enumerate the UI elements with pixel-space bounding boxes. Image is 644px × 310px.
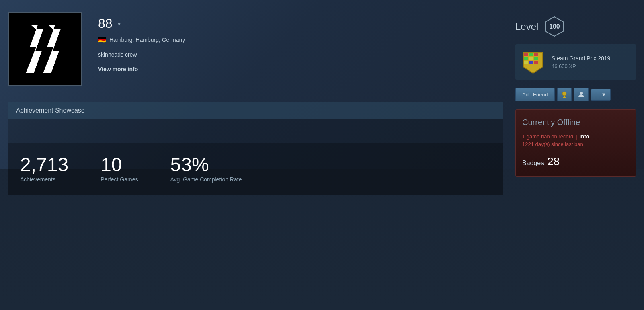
- username-row: 88 ▼: [98, 16, 185, 31]
- grand-prix-badge-svg: [520, 49, 546, 75]
- badge-card: Steam Grand Prix 2019 46,600 XP: [515, 44, 636, 80]
- stat-completion-rate: 53% Avg. Game Completion Rate: [170, 155, 242, 183]
- avatar-image: [9, 13, 81, 85]
- medal-icon: [561, 91, 568, 98]
- page-wrapper: 88 ▼ 🇩🇪 Hamburg, Hamburg, Germany skinhe…: [0, 0, 644, 310]
- badge-icon: [520, 49, 546, 75]
- badges-count: 28: [547, 155, 560, 168]
- more-label: ...: [595, 92, 600, 98]
- badge-name: Steam Grand Prix 2019: [552, 55, 610, 62]
- more-chevron-icon: ▼: [601, 92, 606, 98]
- level-label: Level: [515, 21, 538, 32]
- stat-completion-rate-value: 53%: [170, 155, 242, 175]
- level-section: Level 100: [515, 12, 636, 37]
- svg-rect-7: [524, 57, 528, 60]
- badge-xp: 46,600 XP: [552, 63, 610, 69]
- username-dropdown[interactable]: ▼: [117, 21, 122, 27]
- ban-info-link[interactable]: Info: [580, 133, 589, 140]
- svg-rect-8: [529, 57, 533, 60]
- crew-text: skinheads crew: [98, 51, 185, 58]
- stats-section: 2,713 Achievements 10 Perfect Games 53% …: [8, 143, 503, 195]
- message-button[interactable]: [574, 88, 589, 101]
- offline-text: Currently Offline: [522, 118, 629, 127]
- ban-text: 1 game ban on record: [522, 133, 573, 140]
- profile-section: 88 ▼ 🇩🇪 Hamburg, Hamburg, Germany skinhe…: [8, 12, 503, 195]
- profile-header: 88 ▼ 🇩🇪 Hamburg, Hamburg, Germany skinhe…: [8, 12, 503, 86]
- svg-point-13: [562, 92, 566, 96]
- stat-perfect-games-value: 10: [100, 155, 138, 175]
- stat-completion-rate-label: Avg. Game Completion Rate: [170, 176, 242, 183]
- stat-achievements: 2,713 Achievements: [20, 155, 68, 183]
- svg-rect-11: [529, 61, 533, 64]
- showcase-content: [8, 119, 503, 143]
- right-sidebar: Level 100: [515, 12, 636, 195]
- location-text: Hamburg, Hamburg, Germany: [109, 37, 185, 43]
- flag-icon: 🇩🇪: [98, 36, 106, 43]
- main-content: 88 ▼ 🇩🇪 Hamburg, Hamburg, Germany skinhe…: [0, 0, 644, 195]
- view-more-info-link[interactable]: View more info: [98, 66, 185, 72]
- badges-label: Badges: [522, 160, 544, 167]
- person-icon: [578, 91, 585, 98]
- svg-rect-6: [534, 53, 538, 56]
- avatar-svg: [13, 17, 77, 81]
- svg-rect-15: [563, 97, 566, 98]
- ban-separator: |: [576, 133, 577, 140]
- since-ban-text: 1221 day(s) since last ban: [522, 141, 629, 147]
- svg-rect-12: [534, 61, 538, 64]
- profile-info: 88 ▼ 🇩🇪 Hamburg, Hamburg, Germany skinhe…: [98, 12, 185, 72]
- achievement-showcase-section: Achievement Showcase: [8, 102, 503, 143]
- achievement-button[interactable]: [557, 88, 572, 101]
- svg-rect-10: [524, 61, 528, 64]
- avatar: [8, 12, 82, 86]
- more-button[interactable]: ... ▼: [591, 89, 611, 101]
- svg-rect-9: [534, 57, 538, 60]
- svg-rect-4: [524, 53, 528, 56]
- stat-perfect-games: 10 Perfect Games: [100, 155, 138, 183]
- level-badge: 100: [544, 16, 565, 37]
- action-buttons: Add Friend ...: [515, 88, 636, 101]
- svg-point-16: [580, 92, 583, 95]
- location-row: 🇩🇪 Hamburg, Hamburg, Germany: [98, 36, 185, 43]
- status-section: Currently Offline 1 game ban on record |…: [515, 109, 636, 177]
- badge-info: Steam Grand Prix 2019 46,600 XP: [552, 55, 610, 69]
- showcase-title: Achievement Showcase: [16, 107, 85, 114]
- stat-achievements-label: Achievements: [20, 176, 68, 183]
- level-number: 100: [549, 23, 560, 30]
- add-friend-button[interactable]: Add Friend: [515, 88, 555, 101]
- hexagon: 100: [544, 16, 565, 37]
- svg-rect-5: [529, 53, 533, 56]
- stat-perfect-games-label: Perfect Games: [100, 176, 138, 183]
- badges-row: Badges 28: [522, 155, 629, 168]
- showcase-header: Achievement Showcase: [8, 102, 503, 119]
- ban-row: 1 game ban on record | Info: [522, 133, 629, 140]
- username: 88: [98, 16, 113, 31]
- stat-achievements-value: 2,713: [20, 155, 68, 175]
